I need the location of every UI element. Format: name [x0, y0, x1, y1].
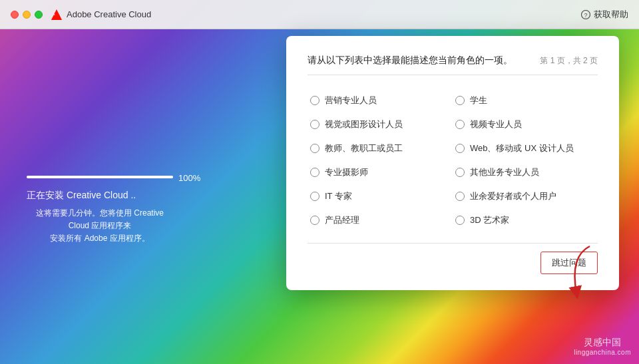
- option-3d-label: 3D 艺术家: [470, 214, 509, 226]
- option-it[interactable]: IT 专家: [308, 184, 453, 208]
- traffic-lights: [11, 11, 43, 19]
- radio-other-biz[interactable]: [455, 168, 465, 177]
- radio-3d[interactable]: [455, 216, 465, 225]
- option-student-label: 学生: [470, 94, 487, 106]
- left-panel: 100% 正在安装 Creative Cloud .. 这将需要几分钟。您将使用…: [27, 173, 213, 246]
- radio-pm[interactable]: [310, 216, 320, 225]
- close-button[interactable]: [11, 11, 19, 19]
- progress-percent: 100%: [178, 173, 200, 183]
- option-video[interactable]: 视频专业人员: [453, 112, 598, 136]
- radio-it[interactable]: [310, 192, 320, 201]
- option-photographer[interactable]: 专业摄影师: [308, 160, 453, 184]
- help-icon: ?: [581, 10, 590, 19]
- dialog-title: 请从以下列表中选择最能描述您当前角色的一项。: [308, 55, 513, 67]
- help-label: 获取帮助: [594, 9, 628, 21]
- help-button[interactable]: ? 获取帮助: [581, 9, 628, 21]
- progress-bar-container: [27, 176, 173, 178]
- watermark: 灵感中国 lingganchina.com: [574, 337, 631, 356]
- option-3d[interactable]: 3D 艺术家: [453, 208, 598, 232]
- progress-row: 100%: [27, 173, 213, 183]
- radio-web[interactable]: [455, 144, 465, 153]
- option-it-label: IT 专家: [325, 190, 352, 202]
- option-pm-label: 产品经理: [325, 214, 359, 226]
- options-col1: 营销专业人员 视觉或图形设计人员 教师、教职工或员工 专业摄影师 IT 专家 产…: [308, 89, 453, 232]
- radio-marketing[interactable]: [310, 96, 320, 105]
- options-grid: 营销专业人员 视觉或图形设计人员 教师、教职工或员工 专业摄影师 IT 专家 产…: [308, 89, 598, 232]
- progress-bar-fill: [27, 176, 173, 178]
- option-marketing-label: 营销专业人员: [325, 94, 377, 106]
- radio-student[interactable]: [455, 96, 465, 105]
- watermark-line1: 灵感中国: [574, 337, 631, 349]
- option-teacher-label: 教师、教职工或员工: [325, 142, 403, 154]
- minimize-button[interactable]: [23, 11, 31, 19]
- option-photographer-label: 专业摄影师: [325, 166, 368, 178]
- option-visual-design[interactable]: 视觉或图形设计人员: [308, 112, 453, 136]
- install-label: 正在安装 Creative Cloud ..: [27, 190, 213, 202]
- option-hobbyist-label: 业余爱好者或个人用户: [470, 190, 556, 202]
- svg-text:?: ?: [584, 12, 587, 19]
- maximize-button[interactable]: [35, 11, 43, 19]
- option-web[interactable]: Web、移动或 UX 设计人员: [453, 136, 598, 160]
- dialog-card: 请从以下列表中选择最能描述您当前角色的一项。 第 1 页，共 2 页 营销专业人…: [286, 36, 619, 290]
- radio-teacher[interactable]: [310, 144, 320, 153]
- adobe-icon: [51, 9, 63, 21]
- dialog-header: 请从以下列表中选择最能描述您当前角色的一项。 第 1 页，共 2 页: [308, 55, 598, 75]
- option-teacher[interactable]: 教师、教职工或员工: [308, 136, 453, 160]
- radio-photographer[interactable]: [310, 168, 320, 177]
- watermark-line2: lingganchina.com: [574, 349, 631, 356]
- radio-video[interactable]: [455, 120, 465, 129]
- install-desc: 这将需要几分钟。您将使用 Creative Cloud 应用程序来安装所有 Ad…: [27, 207, 173, 246]
- option-video-label: 视频专业人员: [470, 118, 522, 130]
- option-web-label: Web、移动或 UX 设计人员: [470, 142, 574, 154]
- option-hobbyist[interactable]: 业余爱好者或个人用户: [453, 184, 598, 208]
- option-visual-design-label: 视觉或图形设计人员: [325, 118, 403, 130]
- option-student[interactable]: 学生: [453, 89, 598, 112]
- dialog-footer: 跳过问题: [308, 243, 598, 274]
- svg-marker-0: [51, 9, 62, 19]
- radio-hobbyist[interactable]: [455, 192, 465, 201]
- option-pm[interactable]: 产品经理: [308, 208, 453, 232]
- dialog-page: 第 1 页，共 2 页: [540, 55, 598, 67]
- options-col2: 学生 视频专业人员 Web、移动或 UX 设计人员 其他业务专业人员 业余爱好者…: [453, 89, 598, 232]
- app-title: Adobe Creative Cloud: [67, 9, 151, 19]
- option-other-biz-label: 其他业务专业人员: [470, 166, 539, 178]
- option-marketing[interactable]: 营销专业人员: [308, 89, 453, 112]
- option-other-biz[interactable]: 其他业务专业人员: [453, 160, 598, 184]
- skip-button[interactable]: 跳过问题: [540, 252, 598, 274]
- titlebar: Adobe Creative Cloud ? 获取帮助: [0, 0, 639, 29]
- radio-visual-design[interactable]: [310, 120, 320, 129]
